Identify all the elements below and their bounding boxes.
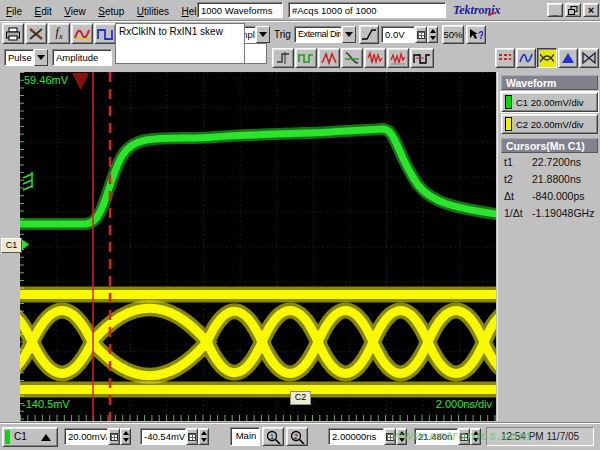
context-help-button[interactable]: ? xyxy=(466,25,486,44)
spin-down[interactable] xyxy=(199,437,208,445)
horizontal-delay-keypad-button[interactable] xyxy=(458,428,470,445)
chevron-up-icon xyxy=(41,434,51,441)
tools-icon xyxy=(28,27,44,41)
vertical-bottom-readout: -140.5mV xyxy=(22,398,70,410)
meas-category-select[interactable]: Pulse xyxy=(4,49,34,66)
c2-channel-tag[interactable]: C2 xyxy=(290,391,311,405)
readout-name: t2 xyxy=(504,173,513,185)
menu-item-view[interactable]: View xyxy=(60,4,90,19)
meas-jitter-button[interactable] xyxy=(364,48,386,68)
display-histogram-button[interactable] xyxy=(558,48,578,68)
printer-icon xyxy=(5,27,21,41)
minimize-button[interactable]: _ xyxy=(547,3,563,17)
horizontal-mode-button[interactable]: Main xyxy=(230,427,260,446)
readout-value: -840.000ps xyxy=(532,190,585,202)
channel-select-button[interactable]: C1 xyxy=(2,427,58,447)
restore-button[interactable] xyxy=(565,3,581,17)
restore-icon xyxy=(568,6,578,15)
close-button[interactable]: × xyxy=(583,3,599,17)
magnifier-2-icon: 2 xyxy=(290,430,305,444)
print-button[interactable] xyxy=(2,23,24,44)
meas-noise-button[interactable] xyxy=(387,48,409,68)
trig-level-field[interactable]: 0.0V xyxy=(381,26,415,43)
red-dashes-icon xyxy=(498,52,512,64)
red-zigzag-icon xyxy=(321,51,337,65)
pulse-button[interactable] xyxy=(94,23,116,44)
meas-fall-time-button[interactable] xyxy=(341,48,363,68)
chevron-up-icon xyxy=(473,431,479,435)
spin-down[interactable] xyxy=(121,437,130,445)
horizontal-scale-keypad-button[interactable] xyxy=(384,428,396,445)
spin-down[interactable] xyxy=(397,437,406,445)
spin-down[interactable] xyxy=(471,437,480,445)
graticule: 59.46mV -140.5mV 2.000ns/div C2 xyxy=(20,72,496,421)
spin-down[interactable] xyxy=(428,35,437,43)
meas-amplitude-button[interactable] xyxy=(318,48,340,68)
keypad-icon xyxy=(188,433,196,441)
keypad-icon xyxy=(417,31,425,39)
display-eye-button[interactable] xyxy=(537,48,557,68)
menu-item-file[interactable]: File xyxy=(2,4,26,19)
waveform-panel-header: Waveform xyxy=(501,75,598,90)
trig-source-dropdown[interactable] xyxy=(342,26,356,43)
zoom-2-button[interactable]: 2 xyxy=(286,427,308,446)
oscilloscope-app-window: { "window": { "menu": ["File", "Edit", "… xyxy=(0,0,600,450)
c1-channel-tag[interactable]: C1 xyxy=(1,238,22,253)
display-dots-button[interactable] xyxy=(495,48,515,68)
menu-item-setup[interactable]: Setup xyxy=(94,4,128,19)
horizontal-scale-field[interactable]: 2.00000ns xyxy=(328,428,384,445)
trig-source-select[interactable]: External Direct xyxy=(294,26,342,43)
readout-name: t1 xyxy=(504,156,513,168)
trig-level-spinner[interactable] xyxy=(427,26,438,43)
readout-value: 21.8800ns xyxy=(532,173,581,185)
waveform-counter: 1000 Waveforms xyxy=(197,2,283,18)
magnifier-1-icon: 1 xyxy=(266,430,281,444)
trig-slope-button[interactable] xyxy=(359,25,379,44)
waveform-button[interactable] xyxy=(71,23,93,44)
tooltip-text: RxClkIN to RxIN1 skew xyxy=(119,26,223,37)
channel-c1-button[interactable]: C1 20.00mV/div xyxy=(501,92,598,112)
trig-level-keypad-button[interactable] xyxy=(415,26,427,43)
display-bowtie-button[interactable] xyxy=(579,48,599,68)
sidebar: Waveform C1 20.00mV/div C2 20.00mV/div C… xyxy=(497,72,600,421)
spin-up[interactable] xyxy=(397,429,406,437)
menu-item-edit[interactable]: Edit xyxy=(31,4,56,19)
set-50-percent-button[interactable]: 50% xyxy=(442,25,464,44)
grid-pattern xyxy=(20,72,496,421)
clock-display: 12:54 PM 11/7/05 xyxy=(486,427,594,446)
acquisition-mode-dropdown[interactable] xyxy=(256,26,270,43)
cursor-readout-row: t2 21.8800ns xyxy=(498,173,600,189)
meas-ref-levels-button[interactable] xyxy=(272,48,294,68)
horizontal-delay-spinner[interactable] xyxy=(470,428,481,445)
vertical-scale-keypad-button[interactable] xyxy=(108,428,120,445)
acqs-counter: #Acqs 1000 of 1000 xyxy=(288,2,446,18)
zoom-1-button[interactable]: 1 xyxy=(262,427,284,446)
horizontal-scale-spinner[interactable] xyxy=(396,428,407,445)
readout-value: -1.19048GHz xyxy=(532,207,594,219)
meas-category-dropdown[interactable] xyxy=(34,49,48,66)
meas-type-select[interactable]: Amplitude xyxy=(52,49,112,66)
vertical-offset-spinner[interactable] xyxy=(198,428,209,445)
vertical-scale-field[interactable]: 20.00mV/ xyxy=(64,428,108,445)
spin-up[interactable] xyxy=(121,429,130,437)
chevron-down-icon xyxy=(123,438,129,442)
vertical-offset-field[interactable]: -40.54mV xyxy=(140,428,186,445)
spin-up[interactable] xyxy=(471,429,480,437)
menu-item-utilities[interactable]: Utilities xyxy=(133,4,173,19)
timebase-readout: 2.000ns/div xyxy=(400,398,492,410)
meas-high-low-button[interactable] xyxy=(295,48,317,68)
display-vector-button[interactable] xyxy=(516,48,536,68)
spin-up[interactable] xyxy=(428,27,437,35)
vertical-scale-spinner[interactable] xyxy=(120,428,131,445)
channel-select-label: C1 xyxy=(14,431,27,442)
c1-scale-label: C1 20.00mV/div xyxy=(516,97,584,108)
horizontal-delay-field[interactable]: 21.480n xyxy=(414,428,458,445)
channel-c2-button[interactable]: C2 20.00mV/div xyxy=(501,114,598,134)
tools-button[interactable] xyxy=(25,23,47,44)
meas-pulse-width-button[interactable] xyxy=(410,48,434,68)
chevron-down-icon xyxy=(201,438,207,442)
spin-up[interactable] xyxy=(199,429,208,437)
sine-icon xyxy=(519,52,533,64)
math-button[interactable]: fx xyxy=(48,23,70,44)
vertical-offset-keypad-button[interactable] xyxy=(186,428,198,445)
